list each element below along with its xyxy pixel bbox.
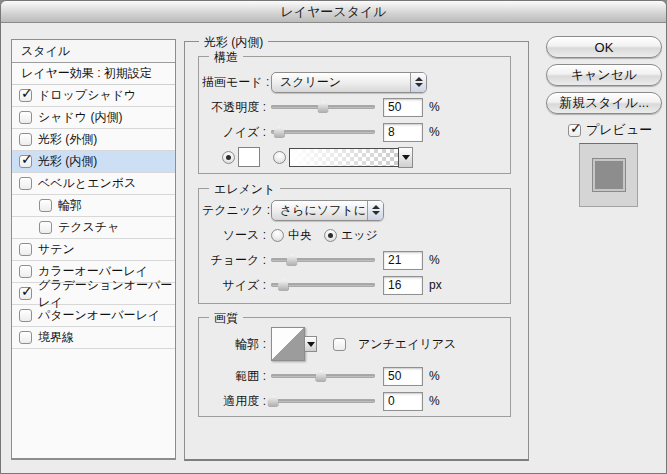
- sidebar-item-label: 光彩 (内側): [38, 153, 97, 170]
- range-label: 範囲 :: [202, 368, 266, 385]
- contour-dropdown-button[interactable]: [304, 336, 317, 352]
- source-row: ソース : 中央 エッジ: [199, 224, 510, 246]
- styles-header-label: スタイル: [21, 43, 70, 60]
- layer-effects-default-label: レイヤー効果 : 初期設定: [21, 65, 152, 82]
- opacity-slider[interactable]: [271, 100, 375, 114]
- sidebar-item-label: ベベルとエンボス: [38, 175, 136, 192]
- sidebar-item-drop-shadow[interactable]: ドロップシャドウ: [12, 85, 175, 107]
- checkbox[interactable]: [19, 287, 32, 300]
- gradient-dropdown-button[interactable]: [398, 147, 413, 168]
- new-style-button-label: 新規スタイル...: [559, 94, 649, 112]
- slider-thumb[interactable]: [315, 370, 326, 382]
- window-title: レイヤースタイル: [280, 3, 386, 21]
- range-input[interactable]: [383, 367, 423, 386]
- sidebar-item-contour[interactable]: 輪郭: [12, 195, 175, 217]
- sidebar-item-label: 光彩 (外側): [38, 131, 97, 148]
- noise-slider[interactable]: [271, 125, 375, 139]
- slider-thumb[interactable]: [318, 101, 329, 113]
- source-center-radio[interactable]: [271, 229, 284, 242]
- sidebar-item-inner-shadow[interactable]: シャドウ (内側): [12, 107, 175, 129]
- style-preview-swatch: [595, 161, 623, 189]
- source-label: ソース :: [202, 227, 266, 244]
- stepper-down-icon: [372, 211, 380, 215]
- slider-thumb[interactable]: [278, 279, 289, 291]
- checkbox[interactable]: [19, 177, 32, 190]
- range-slider[interactable]: [271, 369, 375, 383]
- gradient-radio[interactable]: [273, 151, 286, 164]
- contour-thumbnail[interactable]: [271, 327, 305, 361]
- sidebar-item-label: ドロップシャドウ: [38, 87, 136, 104]
- checkbox[interactable]: [19, 133, 32, 146]
- sidebar-item-bevel-emboss[interactable]: ベベルとエンボス: [12, 173, 175, 195]
- glow-color-swatch[interactable]: [238, 147, 260, 167]
- technique-select[interactable]: さらにソフトに: [271, 200, 384, 221]
- sidebar-item-gradient-overlay[interactable]: グラデーションオーバーレイ: [12, 283, 175, 305]
- sidebar-item-texture[interactable]: テクスチャ: [12, 217, 175, 239]
- checkbox[interactable]: [39, 199, 52, 212]
- blend-mode-label: 描画モード :: [202, 74, 266, 91]
- preview-checkbox[interactable]: [568, 124, 581, 137]
- source-edge-radio[interactable]: [324, 229, 337, 242]
- styles-list: スタイル レイヤー効果 : 初期設定 ドロップシャドウ シャドウ (内側) 光彩…: [11, 39, 176, 460]
- choke-slider[interactable]: [271, 253, 375, 267]
- dropdown-arrow-icon: [307, 342, 315, 347]
- sidebar-item-label: テクスチャ: [58, 219, 119, 236]
- range-row: 範囲 : %: [199, 365, 510, 387]
- opacity-unit: %: [429, 100, 440, 114]
- cancel-button-label: キャンセル: [571, 66, 638, 84]
- opacity-input[interactable]: [383, 98, 423, 117]
- sidebar-item-label: 境界線: [38, 329, 74, 346]
- checkbox[interactable]: [19, 155, 32, 168]
- color-radio[interactable]: [222, 151, 235, 164]
- sidebar-item-pattern-overlay[interactable]: パターンオーバーレイ: [12, 305, 175, 327]
- sidebar-item-outer-glow[interactable]: 光彩 (外側): [12, 129, 175, 151]
- slider-thumb[interactable]: [286, 254, 297, 266]
- preview-toggle-row: プレビュー: [568, 121, 652, 139]
- checkbox[interactable]: [39, 221, 52, 234]
- sidebar-item-label: サテン: [38, 241, 75, 258]
- contour-label: 輪郭 :: [202, 336, 266, 353]
- cancel-button[interactable]: キャンセル: [546, 64, 662, 86]
- checkbox[interactable]: [19, 243, 32, 256]
- checkbox[interactable]: [19, 309, 32, 322]
- gradient-bar[interactable]: [289, 148, 399, 167]
- style-preview-thumbnail: [579, 143, 638, 207]
- size-input[interactable]: [383, 276, 423, 295]
- technique-label: テクニック :: [202, 202, 266, 219]
- blend-mode-select[interactable]: スクリーン: [271, 72, 427, 93]
- layer-effects-default-row[interactable]: レイヤー効果 : 初期設定: [12, 63, 175, 85]
- slider-track[interactable]: [271, 399, 375, 403]
- technique-row: テクニック : さらにソフトに: [199, 199, 510, 221]
- source-center-label: 中央: [288, 227, 312, 244]
- sidebar-item-inner-glow[interactable]: 光彩 (内側): [12, 151, 175, 173]
- opacity-label: 不透明度 :: [202, 99, 266, 116]
- quality-group: 画質 輪郭 : アンチエイリアス 範囲 : %: [198, 317, 511, 417]
- structure-group: 構造 描画モード : スクリーン 不透明度 : %: [198, 56, 511, 174]
- checkbox[interactable]: [19, 111, 32, 124]
- glow-fill-row: [199, 146, 510, 168]
- size-slider[interactable]: [271, 278, 375, 292]
- noise-input[interactable]: [383, 123, 423, 142]
- slider-track[interactable]: [271, 130, 375, 134]
- contour-row: 輪郭 : アンチエイリアス: [199, 326, 510, 362]
- sidebar-item-satin[interactable]: サテン: [12, 239, 175, 261]
- blend-mode-row: 描画モード : スクリーン: [199, 71, 510, 93]
- elements-legend: エレメント: [209, 181, 280, 198]
- checkbox[interactable]: [19, 265, 32, 278]
- checkbox[interactable]: [19, 89, 32, 102]
- size-unit: px: [429, 278, 442, 292]
- jitter-input[interactable]: [383, 392, 423, 411]
- blend-mode-value: スクリーン: [272, 74, 410, 91]
- choke-row: チョーク : %: [199, 249, 510, 271]
- jitter-slider[interactable]: [271, 394, 375, 408]
- antialias-checkbox[interactable]: [333, 338, 346, 351]
- sidebar-item-stroke[interactable]: 境界線: [12, 327, 175, 349]
- new-style-button[interactable]: 新規スタイル...: [546, 92, 662, 114]
- slider-thumb[interactable]: [274, 126, 285, 138]
- size-label: サイズ :: [202, 277, 266, 294]
- choke-unit: %: [429, 253, 440, 267]
- slider-thumb[interactable]: [268, 395, 279, 407]
- checkbox[interactable]: [19, 331, 32, 344]
- ok-button[interactable]: OK: [546, 36, 662, 58]
- choke-input[interactable]: [383, 251, 423, 270]
